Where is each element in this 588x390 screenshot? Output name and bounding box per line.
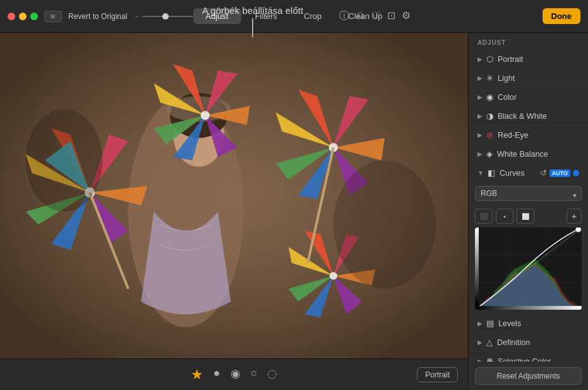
- tab-adjust[interactable]: Adjust: [193, 8, 241, 24]
- traffic-lights: [8, 13, 38, 20]
- light-icon: ✳: [486, 73, 493, 83]
- close-button[interactable]: [8, 13, 15, 20]
- nav-tabs: Adjust Filters Crop Clean Up: [193, 8, 395, 24]
- expand-arrow-redeye: ▶: [477, 131, 483, 138]
- panel-item-levels[interactable]: ▶ ▤ Levels: [469, 314, 588, 333]
- rgb-channel-select[interactable]: RGB Red Green Blue: [475, 186, 582, 201]
- portrait-label: Portrait: [498, 55, 579, 64]
- panel-item-selective-color[interactable]: ▶ ❋ Selective Color: [469, 352, 588, 362]
- revert-to-original-button[interactable]: Revert to Original: [68, 12, 127, 21]
- photo-canvas: [0, 33, 468, 358]
- portrait-icon: ⬡: [486, 54, 493, 64]
- main-area: ★ ● ◉ ○ ◌ Portrait ADJUST ▶ ⬡ Portrait ▶…: [0, 33, 588, 390]
- white-balance-icon: ◈: [486, 149, 493, 159]
- eyedropper-black-icon: ⬛: [480, 213, 488, 220]
- expand-arrow-definition: ▶: [477, 339, 483, 346]
- gear-icon[interactable]: ⚙: [402, 9, 411, 23]
- red-eye-label: Red-Eye: [498, 131, 579, 140]
- curves-header-right: ↺ AUTO: [540, 168, 579, 178]
- black-white-icon: ◑: [486, 111, 493, 121]
- curves-icon: ◧: [488, 168, 495, 178]
- selective-color-label: Selective Color: [498, 357, 579, 362]
- eyedropper-white-icon: ⬜: [522, 213, 529, 220]
- color-icon: ◉: [486, 92, 493, 102]
- eyedropper-row: ⬛ ▪ ⬜ +: [475, 209, 582, 224]
- zoom-slider[interactable]: − +: [135, 13, 200, 20]
- definition-icon: △: [486, 338, 493, 347]
- selective-color-icon: ❋: [486, 356, 493, 362]
- expand-arrow-bw: ▶: [477, 113, 483, 119]
- curves-active-dot: [573, 170, 579, 176]
- tab-filters[interactable]: Filters: [243, 8, 290, 24]
- color-label: Color: [498, 93, 579, 102]
- reset-adjustments-button[interactable]: Reset Adjustments: [475, 367, 582, 385]
- done-button[interactable]: Done: [543, 8, 581, 24]
- titlebar: ⊞ Revert to Original − + Adjust Filters …: [0, 0, 588, 33]
- right-panel: ADJUST ▶ ⬡ Portrait ▶ ✳ Light ▶ ◉ Color: [468, 33, 588, 390]
- portrait-button[interactable]: Portrait: [417, 367, 458, 382]
- expand-arrow-color: ▶: [477, 94, 483, 101]
- expand-arrow-wb: ▶: [477, 150, 483, 157]
- eyedropper-gray-icon: ▪: [503, 213, 506, 220]
- curves-label: Curves: [500, 169, 525, 178]
- add-point-button[interactable]: +: [567, 209, 582, 224]
- photo-toolbar: ★ ● ◉ ○ ◌ Portrait: [0, 358, 468, 390]
- expand-arrow-portrait: ▶: [477, 56, 483, 63]
- panel-header: ADJUST: [469, 33, 588, 50]
- panel-item-color[interactable]: ▶ ◉ Color: [469, 88, 588, 107]
- circle-tool-3-icon[interactable]: ○: [251, 367, 258, 383]
- levels-label: Levels: [498, 319, 579, 328]
- panel-footer: Reset Adjustments: [469, 362, 588, 390]
- svg-point-13: [333, 161, 436, 289]
- photo-background: [0, 33, 468, 358]
- panel-item-black-white[interactable]: ▶ ◑ Black & White: [469, 107, 588, 126]
- tab-crop[interactable]: Crop: [291, 8, 334, 24]
- panel-item-white-balance[interactable]: ▶ ◈ White Balance: [469, 145, 588, 164]
- photo-tools: ★ ● ◉ ○ ◌: [191, 367, 278, 383]
- undo-icon[interactable]: ↺: [540, 168, 547, 178]
- curves-section: ▼ ◧ Curves ↺ AUTO RGB Red: [469, 164, 588, 314]
- curves-collapse-arrow: ▼: [477, 169, 484, 176]
- photo-area: ★ ● ◉ ○ ◌ Portrait: [0, 33, 468, 390]
- panel-item-red-eye[interactable]: ▶ ⊛ Red-Eye: [469, 126, 588, 145]
- levels-icon: ▤: [486, 319, 494, 328]
- panel-items: ▶ ⬡ Portrait ▶ ✳ Light ▶ ◉ Color ▶ ◑ Bla…: [469, 50, 588, 362]
- minimize-button[interactable]: [19, 13, 27, 20]
- window-mode-button[interactable]: ⊞: [44, 11, 62, 22]
- eyedropper-black-button[interactable]: ⬛: [475, 209, 493, 224]
- eyedropper-gray-button[interactable]: ▪: [496, 209, 513, 224]
- circle-tool-4-icon[interactable]: ◌: [267, 367, 277, 383]
- curves-controls: RGB Red Green Blue ⬛ ▪: [469, 182, 588, 314]
- curves-header[interactable]: ▼ ◧ Curves ↺ AUTO: [469, 164, 588, 182]
- panel-item-portrait[interactable]: ▶ ⬡ Portrait: [469, 50, 588, 69]
- eyedropper-white-button[interactable]: ⬜: [517, 209, 534, 224]
- svg-point-9: [330, 272, 337, 279]
- panel-item-light[interactable]: ▶ ✳ Light: [469, 69, 588, 88]
- expand-arrow-light: ▶: [477, 75, 483, 82]
- fullscreen-button[interactable]: [30, 13, 38, 20]
- expand-arrow-levels: ▶: [477, 320, 483, 327]
- circle-tool-2-icon[interactable]: ◉: [231, 367, 241, 383]
- circle-tool-1-icon[interactable]: ●: [213, 367, 220, 383]
- svg-point-7: [201, 111, 210, 120]
- rgb-select-wrapper: RGB Red Green Blue: [475, 186, 582, 205]
- svg-point-19: [575, 228, 580, 232]
- panel-item-definition[interactable]: ▶ △ Definition: [469, 333, 588, 352]
- tab-cleanup[interactable]: Clean Up: [335, 8, 395, 24]
- auto-badge[interactable]: AUTO: [549, 169, 570, 177]
- white-balance-label: White Balance: [497, 150, 579, 159]
- definition-label: Definition: [497, 338, 579, 347]
- svg-point-12: [26, 109, 103, 211]
- curves-graph[interactable]: [475, 228, 582, 310]
- red-eye-icon: ⊛: [486, 130, 493, 140]
- star-tool-icon[interactable]: ★: [191, 367, 203, 383]
- light-label: Light: [498, 74, 579, 83]
- black-white-label: Black & White: [498, 112, 579, 121]
